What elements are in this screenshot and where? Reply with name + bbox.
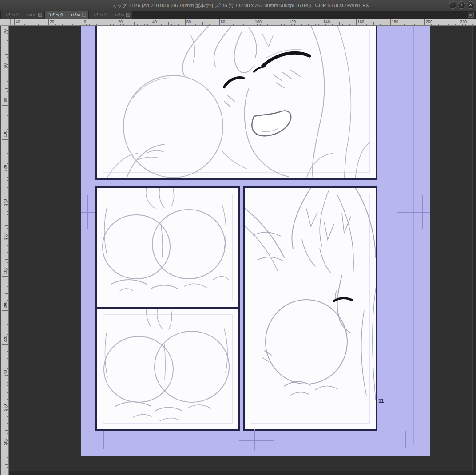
v-ruler-tick	[7, 78, 8, 78]
h-ruler-tick	[14, 19, 15, 25]
tab-close-button[interactable]: ✕	[38, 13, 42, 17]
v-ruler-label: 140	[3, 196, 8, 209]
v-ruler-tick	[7, 249, 8, 249]
h-ruler-tick	[318, 24, 319, 25]
v-ruler-label: 120	[3, 162, 8, 175]
h-ruler-tick	[120, 24, 121, 25]
tab-close-button[interactable]: ✕	[82, 13, 86, 17]
v-ruler-tick	[7, 85, 8, 85]
v-ruler-tick	[7, 420, 8, 420]
h-ruler-tick	[171, 24, 172, 25]
h-ruler-tick	[96, 24, 97, 25]
horizontal-scrollbar[interactable]	[9, 471, 476, 475]
v-ruler-tick	[7, 153, 8, 154]
h-ruler-tick	[168, 22, 169, 25]
restore-button[interactable]: ▫	[458, 1, 465, 9]
register-mark-right-v	[422, 195, 423, 229]
v-ruler-tick	[5, 396, 8, 396]
h-ruler-tick	[28, 24, 28, 25]
h-ruler-tick	[131, 24, 131, 25]
register-mark-right-h	[397, 212, 430, 213]
h-ruler-tick	[233, 24, 234, 25]
h-ruler-tick	[336, 24, 336, 25]
tab-comic-12[interactable]: コミック12/76✕	[89, 11, 132, 19]
v-ruler-tick	[7, 283, 8, 283]
h-ruler-tick	[254, 19, 254, 25]
v-ruler-tick	[7, 184, 8, 184]
h-ruler-tick	[278, 24, 278, 25]
v-ruler-tick	[7, 471, 8, 471]
v-ruler-tick	[7, 228, 8, 229]
h-ruler-tick	[48, 19, 49, 25]
v-ruler-tick	[7, 461, 8, 461]
vertical-scrollbar[interactable]	[472, 26, 476, 475]
v-ruler-tick	[7, 245, 8, 246]
h-ruler-tick	[373, 22, 374, 25]
v-ruler-tick	[5, 54, 8, 55]
v-ruler-tick	[7, 214, 8, 215]
v-ruler-tick	[5, 88, 8, 89]
tab-strip: コミック10/76✕コミック11/76✕コミック12/76✕	[1, 11, 132, 19]
close-button[interactable]: ✕	[467, 1, 474, 9]
v-ruler-tick	[7, 286, 8, 287]
h-ruler-tick	[288, 19, 288, 25]
h-ruler-tick	[83, 19, 83, 25]
h-ruler-tick	[158, 24, 158, 25]
h-ruler-tick	[209, 24, 210, 25]
h-ruler-tick	[42, 24, 42, 25]
trim-tick-bottom-left	[103, 431, 104, 449]
v-ruler-tick	[7, 109, 8, 109]
v-ruler-tick	[5, 328, 8, 328]
tab-comic-10[interactable]: コミック10/76✕	[1, 11, 44, 19]
h-ruler-tick	[448, 24, 449, 25]
h-ruler-tick	[356, 19, 357, 25]
v-ruler-tick	[7, 126, 8, 126]
register-mark-left-v	[87, 195, 88, 229]
canvas-viewport[interactable]: 11	[9, 26, 476, 475]
v-ruler-tick	[7, 146, 8, 146]
v-ruler-tick	[5, 259, 8, 260]
v-ruler-tick	[7, 280, 8, 280]
h-ruler-tick	[325, 24, 326, 25]
tab-list-button[interactable]: ▤	[468, 12, 474, 18]
h-ruler-tick	[366, 24, 367, 25]
tab-close-button[interactable]: ✕	[126, 13, 130, 17]
v-ruler-tick	[7, 51, 8, 51]
h-ruler-tick	[76, 24, 76, 25]
manga-page[interactable]: 11	[81, 26, 430, 456]
h-ruler-tick	[322, 19, 322, 25]
h-ruler-tick	[339, 22, 340, 25]
h-ruler-tick	[387, 24, 387, 25]
v-ruler-tick	[7, 314, 8, 314]
h-ruler-tick	[414, 24, 415, 25]
h-ruler-tick	[298, 24, 298, 25]
v-ruler-tick	[7, 423, 8, 424]
v-ruler-tick	[7, 290, 8, 290]
h-ruler-tick	[103, 24, 103, 25]
h-ruler-tick	[93, 24, 93, 25]
h-ruler-tick	[363, 24, 363, 25]
v-ruler-tick	[5, 464, 8, 465]
h-ruler-tick	[219, 19, 220, 25]
minimize-button[interactable]: ─	[449, 1, 456, 9]
h-ruler-tick	[185, 19, 186, 25]
v-ruler-tick	[7, 321, 8, 321]
v-ruler-tick	[7, 331, 8, 331]
h-ruler-tick	[223, 24, 223, 25]
h-ruler-tick	[469, 24, 469, 25]
h-ruler-tick	[274, 24, 274, 25]
h-ruler-tick	[442, 22, 442, 25]
v-ruler-tick	[7, 222, 8, 222]
h-ruler-tick	[113, 24, 114, 25]
v-ruler-tick	[5, 362, 8, 362]
v-ruler-tick	[5, 191, 8, 191]
v-ruler-tick	[7, 143, 8, 143]
h-ruler-tick	[342, 24, 343, 25]
h-ruler-tick	[305, 22, 305, 25]
h-ruler-tick	[240, 24, 240, 25]
trim-guide-vertical	[413, 26, 414, 444]
trim-tick-bottom-right	[405, 431, 406, 448]
document-tab-bar: コミック10/76✕コミック11/76✕コミック12/76✕ ▤	[0, 11, 476, 19]
v-ruler-tick	[7, 40, 8, 41]
tab-comic-11[interactable]: コミック11/76✕	[45, 11, 88, 19]
